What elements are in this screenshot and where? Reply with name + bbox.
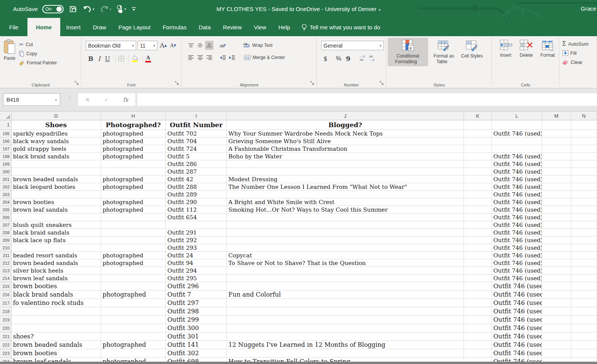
cell[interactable] <box>464 282 492 291</box>
insert-cells-button[interactable]: Insert ▾ <box>496 38 515 64</box>
cell[interactable] <box>571 137 597 145</box>
cell[interactable]: Outfit 746 (used) <box>492 324 542 332</box>
cell[interactable]: Outfit 298 <box>166 307 227 316</box>
cell[interactable] <box>464 349 492 358</box>
row-header[interactable]: 210 <box>0 244 11 252</box>
cell[interactable] <box>492 145 542 153</box>
cell[interactable]: Outfit 94 <box>166 259 227 267</box>
cell[interactable] <box>492 120 542 130</box>
cell[interactable] <box>101 307 166 316</box>
cell[interactable] <box>492 137 542 145</box>
cell[interactable] <box>464 206 492 214</box>
cell[interactable] <box>571 291 597 299</box>
cell[interactable] <box>571 153 597 160</box>
cell[interactable] <box>571 282 597 291</box>
cell[interactable] <box>227 349 464 358</box>
cell[interactable] <box>542 137 571 145</box>
formula-bar-separator[interactable]: ⋮ <box>67 96 72 98</box>
cell[interactable] <box>227 307 464 316</box>
cell[interactable] <box>542 307 571 316</box>
row-header[interactable]: 195 <box>0 130 11 137</box>
column-header-K[interactable]: K <box>464 112 492 120</box>
column-header-J[interactable]: J <box>227 112 464 120</box>
row-header[interactable]: 197 <box>0 145 11 153</box>
cell[interactable]: Outfit 746 (used) <box>492 198 542 206</box>
cell[interactable] <box>101 316 166 324</box>
align-left-button[interactable] <box>187 53 195 62</box>
account-user-name[interactable]: Grace G <box>581 5 597 12</box>
cell[interactable]: Outfit 746 (used) <box>492 221 542 229</box>
tab-review[interactable]: Review <box>217 18 248 36</box>
cell[interactable]: Outfit 294 <box>166 267 227 275</box>
autosum-button[interactable]: Σ AutoSum <box>561 39 596 48</box>
row-header[interactable]: 217 <box>0 299 11 307</box>
undo-button[interactable]: ▾ <box>83 5 95 13</box>
align-center-button[interactable] <box>196 53 204 62</box>
cell[interactable]: brown booties <box>11 349 101 358</box>
cell[interactable]: Outfit 746 (used) <box>492 153 542 160</box>
cell[interactable]: sparkly espadrilles <box>11 130 101 137</box>
conditional-formatting-button[interactable]: ≠ Conditional Formatting ▾ <box>388 38 428 66</box>
cell[interactable]: Outfit 746 (used) <box>492 291 542 299</box>
cell[interactable] <box>101 221 166 229</box>
cell[interactable] <box>571 198 597 206</box>
row-header[interactable]: 202 <box>0 183 11 191</box>
cell[interactable]: Outfit 746 (used) <box>492 176 542 183</box>
cell[interactable] <box>101 332 166 341</box>
cell[interactable]: Outfit 746 (used) <box>492 206 542 214</box>
cell[interactable]: photographed <box>101 198 166 206</box>
cell[interactable]: photographed <box>101 183 166 191</box>
cut-button[interactable]: ✂ Cut <box>18 40 58 49</box>
cell[interactable]: Outfit 7 <box>166 291 227 299</box>
font-color-dropdown-icon[interactable]: ▾ <box>153 57 155 61</box>
cell[interactable] <box>464 168 492 176</box>
cell[interactable] <box>464 316 492 324</box>
cell[interactable]: Outfit 290 <box>166 198 227 206</box>
cell[interactable]: photographed <box>101 206 166 214</box>
redo-dropdown-icon[interactable]: ▾ <box>110 7 112 11</box>
cell[interactable]: Outfit 5 <box>166 153 227 160</box>
cell[interactable] <box>571 130 597 137</box>
cell[interactable]: Outfit 746 (used) <box>492 229 542 236</box>
cell[interactable] <box>542 221 571 229</box>
cell[interactable]: brown leaf sandals <box>11 206 101 214</box>
cell-styles-button[interactable]: Cell Styles ▾ <box>459 38 485 66</box>
number-dialog-launcher[interactable] <box>380 80 384 87</box>
cell[interactable] <box>101 244 166 252</box>
row-header[interactable]: 203 <box>0 191 11 198</box>
cell[interactable] <box>571 176 597 183</box>
cell[interactable] <box>227 191 464 198</box>
cell[interactable] <box>227 229 464 236</box>
cell[interactable]: Blogged? <box>227 120 464 130</box>
bottom-align-button[interactable] <box>205 41 213 50</box>
cell[interactable] <box>464 267 492 275</box>
cell[interactable]: Outfit 746 (used) <box>492 244 542 252</box>
cell[interactable] <box>227 160 464 168</box>
tab-insert[interactable]: Insert <box>60 18 87 36</box>
row-header[interactable]: 199 <box>0 160 11 168</box>
cell[interactable] <box>542 198 571 206</box>
cell[interactable]: A Bright and White Smile with Crest <box>227 198 464 206</box>
cell[interactable] <box>464 307 492 316</box>
customize-qat-icon[interactable] <box>132 7 136 11</box>
cell[interactable]: gold strappy heels <box>11 145 101 153</box>
row-header[interactable]: 221 <box>0 332 11 341</box>
cell[interactable] <box>542 120 571 130</box>
cell[interactable] <box>464 252 492 259</box>
formula-input[interactable] <box>137 93 597 106</box>
row-header[interactable]: 220 <box>0 324 11 332</box>
cell[interactable]: Outfit 746 (used) <box>492 252 542 259</box>
cell[interactable] <box>542 291 571 299</box>
cell[interactable] <box>571 267 597 275</box>
cell[interactable]: Fun and Colorful <box>227 291 464 299</box>
accounting-dropdown-icon[interactable]: ▾ <box>332 57 334 61</box>
cell[interactable]: Outfit 299 <box>166 316 227 324</box>
cell[interactable]: The Number One Lesson I Learned From "Wh… <box>227 183 464 191</box>
cell[interactable]: photographed <box>101 176 166 183</box>
cell[interactable] <box>227 221 464 229</box>
cell[interactable] <box>571 206 597 214</box>
accounting-format-button[interactable]: $ <box>321 54 330 63</box>
cell[interactable]: Modest Dressing <box>227 176 464 183</box>
cell[interactable]: Outfit 654 <box>166 214 227 221</box>
cell[interactable]: Outfit 300 <box>166 324 227 332</box>
